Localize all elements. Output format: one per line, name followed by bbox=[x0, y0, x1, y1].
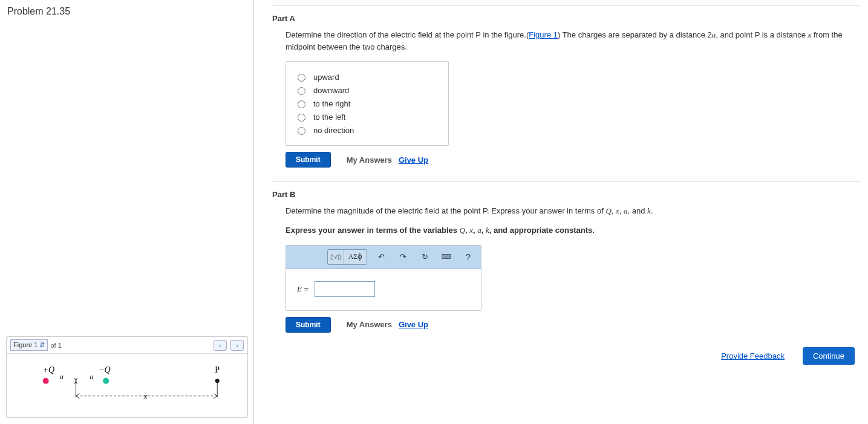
option-downward[interactable]: downward bbox=[295, 83, 437, 97]
keyboard-button[interactable]: ⌨ bbox=[439, 250, 454, 264]
part-a-options: upward downward to the right to the left… bbox=[286, 61, 449, 146]
option-left[interactable]: to the left bbox=[295, 110, 437, 123]
option-right[interactable]: to the right bbox=[295, 97, 437, 110]
figure-of-text: of 1 bbox=[50, 342, 61, 349]
part-a-title: Part A bbox=[272, 14, 861, 23]
part-a-my-answers[interactable]: My Answers bbox=[347, 155, 392, 165]
option-upward[interactable]: upward bbox=[295, 70, 437, 83]
part-b-submit-button[interactable]: Submit bbox=[286, 317, 331, 333]
svg-text:x: x bbox=[143, 391, 148, 400]
svg-text:a: a bbox=[60, 372, 64, 381]
part-a-give-up[interactable]: Give Up bbox=[399, 155, 428, 165]
figure-prev-button[interactable]: ‹ bbox=[214, 340, 227, 351]
help-button[interactable]: ? bbox=[460, 250, 476, 264]
part-a-submit-button[interactable]: Submit bbox=[286, 152, 331, 168]
provide-feedback-link[interactable]: Provide Feedback bbox=[721, 351, 785, 360]
svg-text:P: P bbox=[215, 365, 220, 374]
continue-button[interactable]: Continue bbox=[803, 347, 855, 365]
greek-button[interactable]: ΑΣϕ bbox=[344, 250, 367, 264]
equation-input[interactable] bbox=[315, 281, 375, 297]
figure-canvas: +Q −Q a a P bbox=[7, 354, 247, 417]
part-b-instructions: Express your answer in terms of the vari… bbox=[286, 226, 861, 235]
part-b-prompt: Determine the magnitude of the electric … bbox=[286, 205, 854, 217]
equation-box: ▯√▯ ΑΣϕ ↶ ↷ ↻ ⌨ ? E = bbox=[286, 245, 481, 311]
figure-next-button[interactable]: › bbox=[230, 340, 244, 351]
svg-point-0 bbox=[43, 378, 49, 384]
redo-button[interactable]: ↷ bbox=[395, 250, 411, 264]
part-a-prompt: Determine the direction of the electric … bbox=[286, 29, 854, 53]
templates-button[interactable]: ▯√▯ bbox=[328, 250, 344, 264]
svg-text:a: a bbox=[90, 372, 93, 381]
reset-button[interactable]: ↻ bbox=[417, 250, 432, 264]
figure-selector[interactable]: Figure 1 ⇵ bbox=[10, 339, 48, 351]
equation-label: E = bbox=[297, 284, 308, 294]
problem-title: Problem 21.35 bbox=[7, 6, 247, 17]
svg-text:+Q: +Q bbox=[43, 365, 54, 374]
option-none[interactable]: no direction bbox=[295, 123, 437, 137]
undo-button[interactable]: ↶ bbox=[373, 250, 389, 264]
part-b-title: Part B bbox=[272, 190, 861, 199]
vertical-divider bbox=[253, 0, 254, 424]
equation-toolbar: ▯√▯ ΑΣϕ ↶ ↷ ↻ ⌨ ? bbox=[286, 246, 481, 269]
svg-text:−Q: −Q bbox=[99, 365, 110, 374]
part-b-give-up[interactable]: Give Up bbox=[399, 320, 428, 329]
svg-point-2 bbox=[103, 378, 109, 384]
part-b-my-answers[interactable]: My Answers bbox=[347, 320, 392, 329]
figure-widget: Figure 1 ⇵ of 1 ‹ › +Q −Q bbox=[6, 336, 248, 418]
figure-link[interactable]: Figure 1 bbox=[529, 30, 558, 39]
